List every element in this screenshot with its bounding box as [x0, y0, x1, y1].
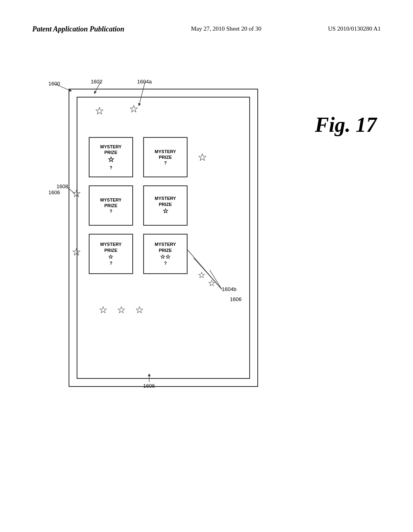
star-left1: ☆ — [72, 187, 81, 200]
star-top1: ☆ — [95, 105, 104, 117]
ref-1604b: 1604b — [222, 286, 236, 292]
star-bottom2: ☆ — [117, 304, 126, 316]
prize-box-6-text: MYSTERYPRIZE ☆☆ ? — [155, 241, 176, 266]
publication-label: Patent Application Publication — [32, 24, 124, 34]
ref-1604a: 1604a — [137, 79, 152, 85]
prize-box-1-text: MYSTERYPRIZE ☆ ? — [100, 144, 122, 170]
star-right1: ☆ — [198, 151, 207, 164]
prize-box-5: MYSTERYPRIZE ☆ ? — [89, 234, 133, 274]
star-bottomright2: ☆ — [208, 278, 216, 289]
star-top2: ☆ — [129, 103, 138, 115]
prize-box-2-text: MYSTERYPRIZE? — [155, 149, 176, 166]
prize-box-4: MYSTERYPRIZE ☆ — [143, 185, 188, 226]
prize-box-3: MYSTERYPRIZE? — [89, 185, 133, 226]
ref-1606-left: 1606 — [48, 189, 60, 195]
star-left2: ☆ — [72, 246, 81, 258]
prize-box-1: MYSTERYPRIZE ☆ ? — [89, 137, 133, 177]
star-bottomright1: ☆ — [198, 270, 206, 281]
prize-box-5-text: MYSTERYPRIZE ☆ ? — [100, 241, 122, 266]
diagram-area: Fig. 17 1600 1602 1604a ☆ ☆ MYSTERYPRIZE… — [24, 73, 389, 492]
ref-1606-right1: 1606 — [230, 296, 242, 302]
sheet-info: May 27, 2010 Sheet 20 of 30 — [191, 24, 261, 33]
prize-box-3-text: MYSTERYPRIZE? — [100, 197, 122, 214]
ref-1606-bottom: 1606 — [143, 383, 155, 389]
page: Patent Application Publication May 27, 2… — [0, 0, 413, 532]
ref-1602: 1602 — [91, 79, 102, 85]
prize-box-2: MYSTERYPRIZE? — [143, 137, 188, 177]
star-bottom3: ☆ — [135, 304, 144, 316]
header: Patent Application Publication May 27, 2… — [32, 24, 381, 34]
patent-number: US 2010/0130280 A1 — [328, 24, 381, 33]
fig-label: Fig. 17 — [315, 113, 377, 137]
ref-1608: 1608 — [56, 183, 68, 189]
ref-1600: 1600 — [48, 81, 60, 87]
prize-box-6: MYSTERYPRIZE ☆☆ ? — [143, 234, 188, 274]
star-bottom1: ☆ — [99, 304, 108, 316]
prize-box-4-text: MYSTERYPRIZE ☆ — [155, 195, 176, 215]
